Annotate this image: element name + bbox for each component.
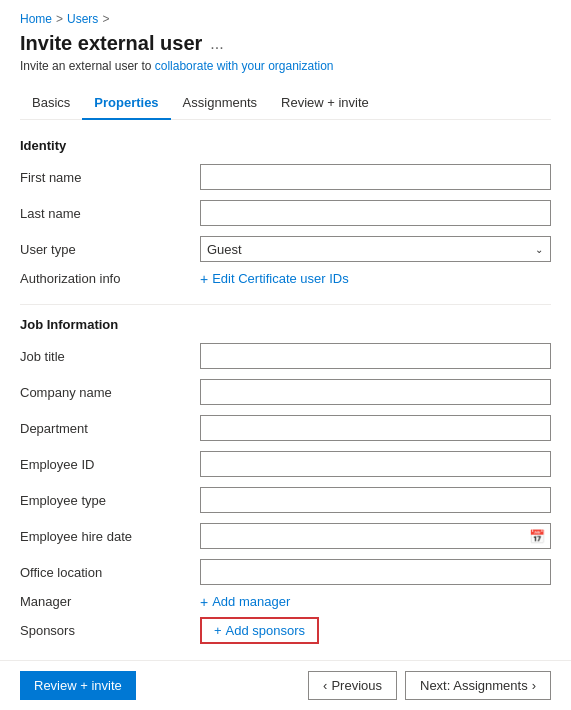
job-title-label: Job title xyxy=(20,349,200,364)
tab-properties[interactable]: Properties xyxy=(82,87,170,120)
plus-manager-icon: + xyxy=(200,595,208,609)
department-label: Department xyxy=(20,421,200,436)
plus-sponsors-icon: + xyxy=(214,623,222,638)
chevron-left-icon: ‹ xyxy=(323,678,327,693)
chevron-right-icon: › xyxy=(532,678,536,693)
page-title: Invite external user ... xyxy=(20,32,551,55)
employee-id-input[interactable] xyxy=(200,451,551,477)
tabs-bar: Basics Properties Assignments Review + i… xyxy=(20,87,551,120)
tab-assignments[interactable]: Assignments xyxy=(171,87,269,120)
employee-hire-date-wrapper: 📅 xyxy=(200,523,551,549)
employee-hire-date-row: Employee hire date 📅 xyxy=(20,522,551,550)
first-name-row: First name xyxy=(20,163,551,191)
employee-hire-date-input[interactable] xyxy=(200,523,551,549)
add-manager-link[interactable]: + Add manager xyxy=(200,594,290,609)
first-name-label: First name xyxy=(20,170,200,185)
bottom-bar: Review + invite ‹ Previous Next: Assignm… xyxy=(0,660,571,710)
employee-id-label: Employee ID xyxy=(20,457,200,472)
employee-type-label: Employee type xyxy=(20,493,200,508)
job-info-section-title: Job Information xyxy=(20,317,551,332)
job-title-row: Job title xyxy=(20,342,551,370)
add-sponsors-button[interactable]: + Add sponsors xyxy=(200,617,319,644)
auth-info-row: Authorization info + Edit Certificate us… xyxy=(20,271,551,286)
user-type-row: User type Guest Member ⌄ xyxy=(20,235,551,263)
user-type-wrapper: Guest Member ⌄ xyxy=(200,236,551,262)
job-info-section: Job Information Job title Company name D… xyxy=(20,317,551,644)
first-name-input[interactable] xyxy=(200,164,551,190)
breadcrumb-sep1: > xyxy=(56,12,63,26)
nav-buttons: ‹ Previous Next: Assignments › xyxy=(308,671,551,700)
manager-row: Manager + Add manager xyxy=(20,594,551,609)
page-subtitle: Invite an external user to collaborate w… xyxy=(20,59,551,73)
user-type-label: User type xyxy=(20,242,200,257)
review-invite-button[interactable]: Review + invite xyxy=(20,671,136,700)
edit-certificate-label: Edit Certificate user IDs xyxy=(212,271,349,286)
tab-review[interactable]: Review + invite xyxy=(269,87,381,120)
breadcrumb: Home > Users > xyxy=(20,12,551,26)
page-subtitle-link[interactable]: collaborate with your organization xyxy=(155,59,334,73)
last-name-row: Last name xyxy=(20,199,551,227)
office-location-row: Office location xyxy=(20,558,551,586)
sponsors-row: Sponsors + Add sponsors xyxy=(20,617,551,644)
company-name-label: Company name xyxy=(20,385,200,400)
identity-section: Identity First name Last name User type … xyxy=(20,138,551,286)
company-name-row: Company name xyxy=(20,378,551,406)
user-type-select[interactable]: Guest Member xyxy=(200,236,551,262)
next-label: Next: Assignments xyxy=(420,678,528,693)
company-name-input[interactable] xyxy=(200,379,551,405)
next-assignments-button[interactable]: Next: Assignments › xyxy=(405,671,551,700)
add-manager-text: Add manager xyxy=(212,594,290,609)
job-title-input[interactable] xyxy=(200,343,551,369)
auth-info-label: Authorization info xyxy=(20,271,200,286)
last-name-input[interactable] xyxy=(200,200,551,226)
identity-section-title: Identity xyxy=(20,138,551,153)
employee-id-row: Employee ID xyxy=(20,450,551,478)
last-name-label: Last name xyxy=(20,206,200,221)
office-location-input[interactable] xyxy=(200,559,551,585)
employee-type-input[interactable] xyxy=(200,487,551,513)
add-sponsors-text: Add sponsors xyxy=(226,623,306,638)
page-title-ellipsis[interactable]: ... xyxy=(210,35,223,53)
sponsors-label: Sponsors xyxy=(20,623,200,638)
department-input[interactable] xyxy=(200,415,551,441)
employee-type-row: Employee type xyxy=(20,486,551,514)
previous-button[interactable]: ‹ Previous xyxy=(308,671,397,700)
edit-certificate-link[interactable]: + Edit Certificate user IDs xyxy=(200,271,349,286)
previous-label: Previous xyxy=(331,678,382,693)
breadcrumb-home[interactable]: Home xyxy=(20,12,52,26)
plus-icon: + xyxy=(200,272,208,286)
department-row: Department xyxy=(20,414,551,442)
breadcrumb-sep2: > xyxy=(102,12,109,26)
breadcrumb-users[interactable]: Users xyxy=(67,12,98,26)
office-location-label: Office location xyxy=(20,565,200,580)
manager-label: Manager xyxy=(20,594,200,609)
page-title-text: Invite external user xyxy=(20,32,202,55)
employee-hire-date-label: Employee hire date xyxy=(20,529,200,544)
tab-basics[interactable]: Basics xyxy=(20,87,82,120)
